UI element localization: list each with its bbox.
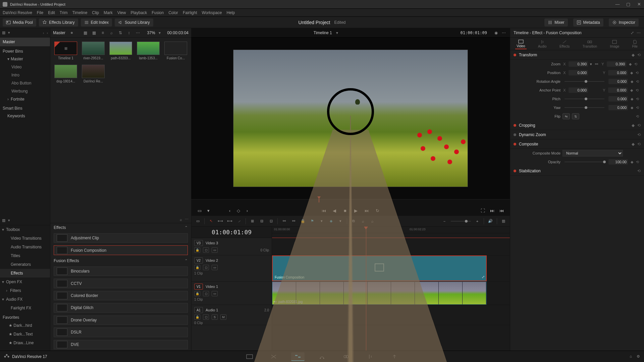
track-solo-a1[interactable]: S [212, 314, 218, 320]
fx-collapse-icon[interactable]: ⌃ [184, 225, 188, 230]
page-color[interactable] [339, 352, 353, 361]
timeline-timecode[interactable]: 01:00:01:09 [192, 227, 272, 238]
fx-colored-border[interactable]: Colored Border [54, 291, 188, 300]
pitch-reset[interactable]: ⟲ [636, 97, 641, 101]
stop-button[interactable]: ■ [342, 207, 348, 214]
home-icon[interactable]: ⌂ [630, 354, 632, 359]
menu-playback[interactable]: Playback [130, 10, 147, 15]
viewer-timecode[interactable]: 01:00:01:09 [461, 31, 487, 35]
track-auto-v2[interactable]: ◻ [203, 265, 209, 270]
composite-keyframe[interactable]: ◆ [632, 142, 635, 146]
rotation-keyframe[interactable]: ◆ [630, 79, 634, 84]
page-cut[interactable] [267, 352, 280, 361]
tl-link-icon[interactable]: ⚯ [281, 218, 287, 224]
fx-dslr[interactable]: DSLR [54, 327, 188, 337]
view-metadata-icon[interactable]: ▦ [83, 30, 88, 36]
tl-view-options-icon[interactable]: ▭ [195, 218, 201, 224]
fx-fairlight[interactable]: Fairlight FX [0, 304, 50, 312]
timeline-ruler[interactable]: 01:00:00:00 01:00:02:23 [272, 227, 510, 233]
timeline-tracks[interactable]: 01:00:00:00 01:00:02:23 Fusion Compositi… [272, 227, 510, 351]
opacity-input[interactable]: 100.00 [608, 159, 628, 165]
nav-back-icon[interactable]: ‹ [43, 31, 44, 35]
flip-v-button[interactable]: ⇅ [572, 113, 579, 119]
tl-lock-icon[interactable]: 🔒 [300, 218, 306, 224]
clip-dog[interactable]: dog-18014... [54, 65, 77, 83]
fx-fusion-collapse-icon[interactable]: ⌃ [184, 258, 188, 263]
filter-icon[interactable]: ⇅ [118, 30, 123, 36]
inspector-tab-audio[interactable]: Audio [537, 39, 548, 49]
opacity-keyframe[interactable]: ◆ [630, 160, 634, 164]
preview-zoom[interactable]: 37% [147, 31, 155, 35]
bin-abo-button[interactable]: Abo Button [0, 79, 50, 87]
bin-keywords[interactable]: Keywords [0, 112, 50, 120]
viewer-timeline-name[interactable]: Timeline 1 [314, 31, 332, 35]
tab-mixer[interactable]: Mixer [544, 18, 568, 26]
track-head-v2[interactable]: V2Video 2 🔒◻▭ 1 Clip [192, 255, 272, 282]
track-a1[interactable] [272, 305, 510, 325]
tl-dynamic-trim-tool[interactable]: ⟷ [227, 218, 233, 224]
fav-1[interactable]: ★ Dark...hird [0, 321, 50, 330]
fx-filters[interactable]: ›Filters [0, 286, 50, 295]
view-thumb-icon[interactable]: ▦ [92, 30, 97, 36]
tl-audio-icon[interactable]: 🔊 [487, 218, 493, 224]
tl-flag-icon[interactable]: ⚑ [309, 218, 315, 224]
fx-titles[interactable]: Titles [0, 251, 50, 260]
track-enable-v3[interactable]: ▭ [212, 247, 218, 253]
fx-audio-transitions[interactable]: Audio Transitions [0, 243, 50, 251]
maximize-button[interactable]: ▢ [626, 2, 631, 7]
clip-fusion-composition[interactable]: Fusion Composition ⤢ [272, 255, 487, 281]
inspector-expand-icon[interactable]: ⤢ [631, 31, 634, 35]
fx-options-icon[interactable]: ⋯ [185, 217, 189, 222]
reset-icon[interactable]: ⟲ [637, 53, 641, 57]
clip-lamb[interactable]: lamb-1353... [137, 42, 160, 60]
anchor-reset[interactable]: ⟲ [636, 88, 640, 93]
menu-clip[interactable]: Clip [92, 10, 99, 15]
track-head-v1[interactable]: V1Video 1 🔒◻▭ 1 Clip [192, 282, 272, 305]
sidebar-toggle-icon[interactable]: ▥ [2, 31, 5, 35]
clip-path-video[interactable]: ⚯ path-832031.jpg [272, 282, 487, 305]
menu-fairlight[interactable]: Fairlight [183, 10, 197, 15]
fav-2[interactable]: ★ Dark...Text [0, 330, 50, 339]
tl-marker-dropdown[interactable]: ▾ [337, 218, 343, 224]
flip-reset[interactable]: ⟲ [636, 114, 641, 119]
cropping-reset[interactable]: ⟲ [637, 123, 641, 128]
go-to-out-icon[interactable]: ⏮ [498, 207, 504, 214]
fx-digital-glitch[interactable]: Digital Glitch [54, 303, 188, 312]
fx-generators[interactable]: Generators [0, 260, 50, 269]
rotation-slider[interactable] [565, 81, 604, 82]
fx-fusion-composition[interactable]: Fusion Composition [54, 245, 188, 255]
track-lock-v3[interactable]: 🔒 [194, 247, 200, 253]
first-frame-button[interactable]: ⏮ [321, 207, 327, 214]
tab-edit-index[interactable]: Edit Index [81, 18, 112, 26]
track-badge-a1[interactable]: A1 [194, 307, 203, 313]
track-enable-v2[interactable]: ▭ [212, 265, 218, 270]
tl-zoom-out-icon[interactable]: − [441, 218, 447, 224]
menu-fusion[interactable]: Fusion [152, 10, 164, 15]
bin-power-master[interactable]: ▾Master [0, 55, 50, 63]
fx-search-icon[interactable]: ⌕ [180, 218, 182, 222]
view-list-icon[interactable]: ≡ [100, 30, 106, 36]
tl-chain-icon[interactable]: ⚯ [290, 218, 297, 224]
clip-resize-icon[interactable]: ⤢ [482, 275, 485, 279]
section-stabilization[interactable]: Stabilization⟲ [510, 166, 644, 176]
settings-icon[interactable]: ⚙ [637, 354, 640, 359]
clip-river[interactable]: river-29519... [82, 42, 105, 60]
tl-zoom-slider[interactable] [451, 221, 471, 222]
menu-mark[interactable]: Mark [104, 10, 113, 15]
prev-frame-button[interactable]: ◀ [331, 207, 337, 214]
zoom-x-input[interactable]: 0.390 [569, 61, 588, 67]
link-xy-icon[interactable]: ⚯ [594, 62, 599, 66]
fx-openfx[interactable]: ▾Open FX [0, 278, 50, 286]
composite-reset[interactable]: ⟲ [637, 142, 641, 146]
clip-fusion-comp[interactable]: Fusion Co... [164, 42, 187, 60]
menu-timeline[interactable]: Timeline [72, 10, 87, 15]
fx-cctv[interactable]: CCTV [54, 279, 188, 288]
tl-trim-tool[interactable]: ⟷ [217, 218, 223, 224]
stab-reset[interactable]: ⟲ [637, 169, 641, 173]
zoom-dropdown-icon[interactable]: ▾ [590, 62, 592, 66]
viewer-mode-dropdown[interactable]: ▾ [205, 207, 211, 214]
fx-adjustment-clip[interactable]: Adjustment Clip [54, 233, 188, 243]
tl-customize-icon[interactable]: ▥ [500, 218, 506, 224]
fx-binoculars[interactable]: Binoculars [54, 266, 188, 276]
tl-search-icon[interactable]: ⌕ [360, 218, 366, 224]
